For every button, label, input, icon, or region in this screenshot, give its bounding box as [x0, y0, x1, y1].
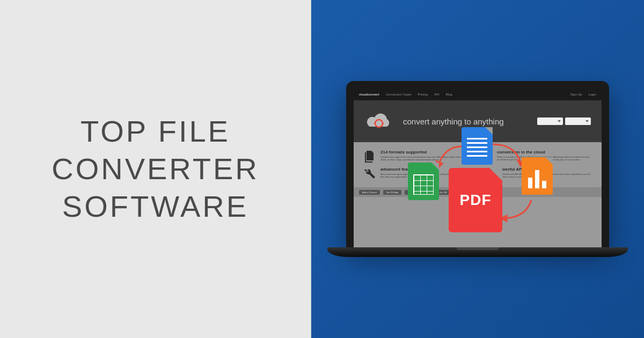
illustration-panel: cloudconvert Conversion Types Pricing AP…	[311, 0, 644, 338]
nav-item: Blog	[446, 93, 452, 96]
social-button: Add to Chrome	[359, 190, 380, 195]
brand-logo: cloudconvert	[359, 93, 379, 96]
social-button: Follow @cloudconvert	[405, 190, 432, 195]
laptop-screen: cloudconvert Conversion Types Pricing AP…	[354, 89, 602, 247]
page-title: TOP FILE CONVERTER SOFTWARE	[52, 113, 259, 225]
nav-item: Conversion Types	[386, 93, 412, 96]
social-button: Like 13K	[436, 190, 451, 195]
feature-desc: Most conversion types support advanced o…	[380, 173, 475, 178]
feature-formats: 214 formats supported CloudConvert suppo…	[363, 150, 475, 163]
svg-marker-4	[501, 216, 507, 221]
social-button: Get iOS App	[383, 190, 401, 195]
feature-title: powerful API	[497, 167, 592, 172]
features-grid: 214 formats supported CloudConvert suppo…	[354, 142, 602, 187]
cloud-sync-icon	[364, 111, 393, 132]
feature-cloud: conversion in the cloud There is no need…	[480, 150, 592, 163]
puzzle-icon	[480, 167, 493, 180]
title-line-1: TOP FILE	[80, 114, 230, 148]
feature-advanced: advanced features Most conversion types …	[363, 167, 475, 180]
feature-desc: CloudConvert supports the conversion bet…	[380, 156, 475, 161]
laptop-base	[327, 247, 628, 257]
feature-desc: The CloudConvert API offers the full fun…	[497, 173, 592, 178]
feature-title: 214 formats supported	[380, 150, 475, 155]
hero-section: convert anything to anything	[354, 100, 602, 142]
arrow-icon	[499, 196, 537, 223]
feature-api: powerful API The CloudConvert API offers…	[480, 167, 592, 180]
tools-icon	[363, 167, 376, 180]
from-format-dropdown	[537, 117, 563, 125]
laptop-screen-frame: cloudconvert Conversion Types Pricing AP…	[346, 81, 609, 247]
format-dropdowns	[537, 117, 591, 125]
to-format-dropdown	[565, 117, 591, 125]
cloud-icon	[480, 150, 493, 163]
nav-signup: Sign Up	[570, 93, 582, 96]
feature-desc: There is no need to install any software…	[497, 156, 592, 161]
title-line-3: SOFTWARE	[62, 189, 248, 223]
title-panel: TOP FILE CONVERTER SOFTWARE	[0, 0, 311, 338]
nav-item: Pricing	[418, 93, 428, 96]
hero-headline: convert anything to anything	[403, 117, 504, 126]
files-icon	[363, 150, 376, 163]
feature-title: advanced features	[380, 167, 475, 172]
feature-title: conversion in the cloud	[497, 150, 592, 155]
laptop-mockup: cloudconvert Conversion Types Pricing AP…	[346, 81, 609, 257]
social-bar: Add to Chrome Get iOS App Follow @cloudc…	[354, 187, 602, 197]
nav-item: API	[434, 93, 440, 96]
nav-login: Login	[588, 93, 596, 96]
title-line-2: CONVERTER	[52, 152, 259, 186]
site-nav: cloudconvert Conversion Types Pricing AP…	[354, 89, 602, 100]
